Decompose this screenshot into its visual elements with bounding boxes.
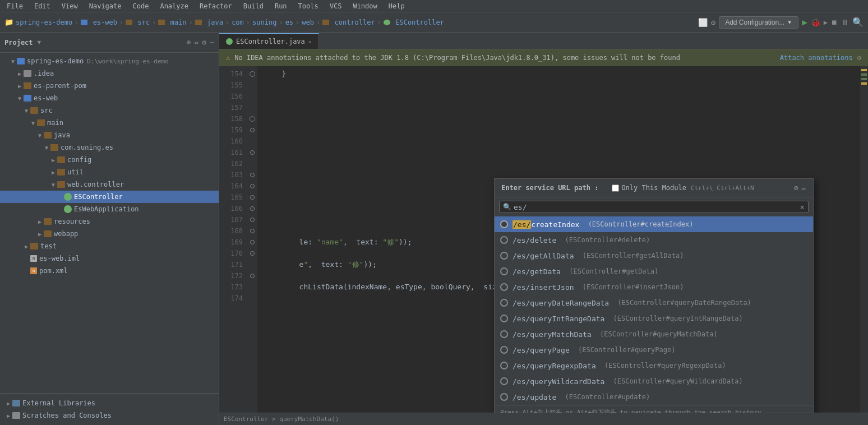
tree-item-test[interactable]: ▶ test: [0, 240, 219, 252]
breadcrumb-main[interactable]: main: [158, 19, 186, 26]
menu-item-navigate[interactable]: Navigate: [87, 2, 124, 10]
tree-item-idea[interactable]: ▶ .idea: [0, 67, 219, 80]
breadcrumb-com[interactable]: com: [232, 19, 244, 26]
tree-label: .idea: [34, 70, 54, 77]
tree-item-escontroller[interactable]: ▶ ESController: [0, 191, 219, 203]
tree-item-com-suning-es[interactable]: ▼ com.suning.es: [0, 141, 219, 154]
window-layout-icon[interactable]: ⬜: [698, 18, 708, 27]
settings-popup-icon[interactable]: ✏: [802, 183, 806, 192]
menu-item-vcs[interactable]: VCS: [327, 2, 344, 10]
breadcrumb-es-web[interactable]: es-web: [81, 19, 117, 26]
code-line-155: [264, 80, 853, 91]
menu-item-help[interactable]: Help: [386, 2, 407, 10]
menu-item-edit[interactable]: Edit: [32, 2, 53, 10]
menu-item-refactor[interactable]: Refactor: [197, 2, 234, 10]
popup-result-item[interactable]: /es/update (ESController#update): [495, 389, 813, 405]
menu-item-build[interactable]: Build: [241, 2, 266, 10]
popup-result-item[interactable]: /es/queryDateRangeData (ESController#que…: [495, 295, 813, 311]
popup-result-item[interactable]: /es/insertJson (ESController#insertJson): [495, 279, 813, 295]
popup-result-item[interactable]: /es/queryRegexpData (ESController#queryR…: [495, 358, 813, 373]
popup-result-item[interactable]: /es/delete (ESController#delete): [495, 232, 813, 248]
filter-icon[interactable]: ⊘: [793, 183, 798, 192]
title-bar: 📁 spring-es-demo › es-web › src › main ›…: [0, 12, 868, 33]
annotation-gear-icon[interactable]: ⚙: [857, 54, 861, 62]
breadcrumb-es[interactable]: es: [285, 19, 293, 26]
code-editor: 154 155 156 157 158 159 160 161 162 163 …: [219, 66, 868, 413]
menu-item-view[interactable]: View: [59, 2, 80, 10]
breadcrumb-controller[interactable]: controller: [322, 19, 375, 26]
tree-label: es-parent-pom: [34, 82, 86, 90]
popup-result-item[interactable]: /es/queryWildcardData (ESController#quer…: [495, 373, 813, 389]
tree-item-util[interactable]: ▶ util: [0, 166, 219, 178]
settings-icon[interactable]: ⚙: [711, 18, 715, 27]
only-this-module-checkbox[interactable]: Only This Module Ctrl+\ Ctrl+Alt+N: [612, 184, 754, 192]
menu-item-analyze[interactable]: Analyze: [158, 2, 191, 10]
external-libraries-item[interactable]: ▶ External Libraries: [4, 397, 214, 409]
stop-icon[interactable]: ⏸: [841, 18, 849, 27]
search-everywhere-icon[interactable]: 🔍: [852, 17, 864, 27]
scratches-label: Scratches and Consoles: [22, 412, 112, 419]
menu-item-code[interactable]: Code: [131, 2, 151, 10]
attach-annotations-link[interactable]: Attach annotations: [780, 54, 853, 62]
tree-label: es-web.iml: [39, 255, 80, 262]
tab-close-button[interactable]: ✕: [308, 39, 312, 45]
popup-title: Enter service URL path :: [501, 184, 598, 192]
tree-item-web-controller[interactable]: ▼ web.controller: [0, 178, 219, 191]
popup-results-list: /es/createIndex (ESController#createInde…: [495, 216, 813, 405]
popup-result-item[interactable]: /es/getAllData (ESController#getAllData): [495, 248, 813, 264]
breadcrumb-src[interactable]: src: [126, 19, 150, 26]
tree-item-es-parent-pom[interactable]: ▶ es-parent-pom: [0, 80, 219, 92]
breadcrumb-spring-es-demo[interactable]: spring-es-demo: [16, 19, 72, 26]
popup-result-item[interactable]: /es/getData (ESController#getData): [495, 264, 813, 279]
breadcrumb-java[interactable]: java: [195, 19, 223, 26]
popup-result-item[interactable]: /es/queryPage (ESController#queryPage): [495, 342, 813, 358]
url-search-input[interactable]: [514, 203, 798, 211]
menu-item-tools[interactable]: Tools: [296, 2, 321, 10]
scratches-item[interactable]: ▶ Scratches and Consoles: [4, 409, 214, 422]
tree-item-webapp[interactable]: ▶ webapp: [0, 228, 219, 240]
tree-item-es-web-application[interactable]: ▶ EsWebApplication: [0, 203, 219, 215]
code-line-159: [264, 124, 853, 136]
add-configuration-button[interactable]: Add Configuration... ▼: [719, 16, 798, 29]
tree-item-main[interactable]: ▼ main: [0, 117, 219, 129]
tree-item-config[interactable]: ▶ config: [0, 154, 219, 166]
tree-item-es-web[interactable]: ▼ es-web: [0, 92, 219, 104]
tree-item-src[interactable]: ▼ src: [0, 104, 219, 117]
breadcrumb-web[interactable]: web: [302, 19, 314, 26]
popup-result-item[interactable]: /es/createIndex (ESController#createInde…: [495, 216, 813, 232]
tree-item-resources[interactable]: ▶ resources: [0, 215, 219, 228]
menu-item-file[interactable]: File: [4, 2, 25, 10]
tree-label: spring-es-demo: [27, 57, 84, 65]
menu-item-run[interactable]: Run: [273, 2, 289, 10]
project-icon: 📁: [4, 18, 13, 26]
locate-icon[interactable]: ⊕: [187, 38, 191, 47]
gear-icon[interactable]: ⚙: [202, 38, 206, 47]
search-icon: 🔍: [503, 203, 511, 211]
tree-label: pom.xml: [39, 267, 68, 275]
code-line-158: [264, 113, 853, 124]
sidebar-header: Project ▼ ⊕ ⇔ ⚙ −: [0, 33, 219, 53]
tree-item-spring-es-demo[interactable]: ▼ spring-es-demo D:\work\spring-es-demo: [0, 55, 219, 67]
profile-icon[interactable]: ⏹: [831, 19, 838, 26]
scroll-from-source-icon[interactable]: ⇔: [195, 38, 199, 47]
collapse-icon[interactable]: −: [210, 38, 214, 47]
popup-result-item[interactable]: /es/queryMatchData (ESController#queryMa…: [495, 326, 813, 342]
shortcut-label: Ctrl+\ Ctrl+Alt+N: [691, 184, 754, 192]
clear-search-button[interactable]: ✕: [800, 202, 805, 211]
tree-label: webapp: [54, 230, 78, 238]
debug-icon[interactable]: 🐞: [811, 18, 820, 27]
tree-item-pom-xml[interactable]: ▶ m pom.xml: [0, 265, 219, 277]
tab-escontroller[interactable]: ESController.java ✕: [219, 33, 319, 49]
breadcrumb-escontroller[interactable]: ESController: [384, 19, 444, 26]
tree-label: web.controller: [67, 181, 124, 188]
coverage-icon[interactable]: ▶: [824, 19, 828, 26]
run-icon[interactable]: ▶: [802, 17, 807, 27]
breadcrumb-suning[interactable]: suning: [252, 19, 276, 26]
tree-item-java[interactable]: ▼ java: [0, 129, 219, 141]
tree-item-es-web-iml[interactable]: ▶ m es-web.iml: [0, 252, 219, 265]
menu-item-window[interactable]: Window: [350, 2, 379, 10]
right-gutter: [860, 66, 868, 413]
line-numbers: 154 155 156 157 158 159 160 161 162 163 …: [219, 66, 247, 413]
popup-result-item[interactable]: /es/queryIntRangeData (ESController#quer…: [495, 311, 813, 326]
code-line-157: [264, 102, 853, 113]
